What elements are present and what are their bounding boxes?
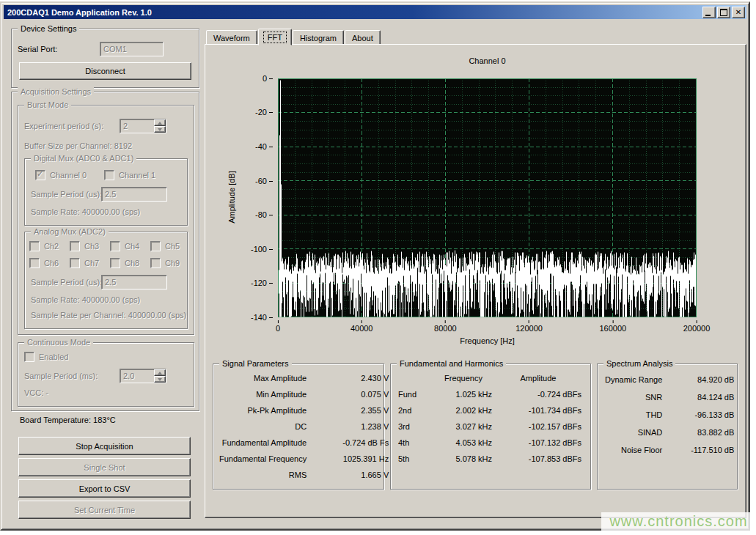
x-tick: 80000 xyxy=(434,320,457,333)
experiment-period-spinbox[interactable]: 2 xyxy=(120,119,166,133)
single-shot-button[interactable]: Single Shot xyxy=(18,458,191,476)
harmonic-amplitude: -107.853 dBFs xyxy=(495,454,581,463)
param-value: 2.430 V xyxy=(315,374,389,383)
fft-plot-canvas xyxy=(278,78,697,317)
device-settings-group-title: Device Settings xyxy=(18,23,79,34)
ch9-label: Ch9 xyxy=(165,259,180,268)
tab-fft[interactable]: FFT xyxy=(258,29,292,45)
continuous-sample-period-spinbox[interactable]: 2.0 xyxy=(120,369,166,383)
tab-histogram[interactable]: Histogram xyxy=(293,30,344,45)
analog-sample-rate-per-channel-label: Sample Rate per Channel: 400000.00 (sps) xyxy=(31,311,186,320)
checkbox-box xyxy=(150,241,161,251)
spectrum-analysis-group: Spectrum Analysis Dynamic Range84.920 dB… xyxy=(597,364,738,490)
maximize-button[interactable] xyxy=(717,7,730,18)
digital-sample-period-input[interactable]: 2.5 xyxy=(101,187,167,202)
y-tick: -120 xyxy=(227,278,273,287)
export-to-csv-button[interactable]: Export to CSV xyxy=(18,479,191,498)
disconnect-button[interactable]: Disconnect xyxy=(19,62,191,80)
x-tick: 0 xyxy=(276,320,280,333)
harmonic-frequency: 2.002 kHz xyxy=(435,406,492,415)
harmonics-group-title: Fundamental and Harmonics xyxy=(397,358,506,369)
arrow-up-icon xyxy=(158,372,162,374)
checkbox-box xyxy=(35,170,45,180)
ch9-checkbox[interactable]: Ch9 xyxy=(150,258,180,268)
harmonic-amplitude: -102.157 dBFs xyxy=(495,422,581,431)
digital-sample-period-label: Sample Period (us): xyxy=(31,190,102,199)
vcc-label: VCC: - xyxy=(24,388,48,397)
x-tick: 160000 xyxy=(599,320,626,333)
harmonic-name: 3rd xyxy=(398,422,432,431)
y-tick: -40 xyxy=(227,142,273,151)
harmonic-frequency: 4.053 kHz xyxy=(435,438,492,447)
ch4-label: Ch4 xyxy=(125,242,139,251)
fft-tab-page: Channel 0 Amplitude [dB] 0 -20 -40 -60 -… xyxy=(205,44,746,518)
channel-0-checkbox[interactable]: Channel 0 xyxy=(35,170,87,180)
analog-sample-period-value: 2.5 xyxy=(105,278,116,287)
channel-1-checkbox[interactable]: Channel 1 xyxy=(104,170,155,180)
checkbox-box xyxy=(29,258,40,268)
ch8-checkbox[interactable]: Ch8 xyxy=(110,258,139,268)
buffer-size-label: Buffer Size per Channel: 8192 xyxy=(24,141,132,150)
tab-about[interactable]: About xyxy=(345,30,381,45)
x-axis-ticks: 0 40000 80000 120000 160000 200000 xyxy=(278,320,697,332)
checkbox-box xyxy=(70,258,80,268)
spin-down-button[interactable] xyxy=(154,376,166,383)
plot-title: Channel 0 xyxy=(278,56,697,65)
continuous-enabled-label: Enabled xyxy=(39,353,68,361)
arrow-down-icon xyxy=(158,128,162,131)
ch3-checkbox[interactable]: Ch3 xyxy=(70,241,99,251)
title-bar: 200CDAQ1 Demo Application Rev. 1.0 ✕ xyxy=(4,5,746,19)
digital-mux-group-title: Digital Mux (ADC0 & ADC1) xyxy=(31,153,136,164)
spin-down-button[interactable] xyxy=(154,126,166,133)
analog-mux-group-title: Analog Mux (ADC2) xyxy=(31,226,109,237)
spin-up-button[interactable] xyxy=(154,369,166,376)
minimize-button[interactable] xyxy=(702,7,716,18)
y-tick: -20 xyxy=(227,108,273,117)
harmonic-name: 4th xyxy=(398,438,432,447)
experiment-period-value: 2 xyxy=(123,122,128,130)
stop-acquisition-button[interactable]: Stop Acquisition xyxy=(18,437,191,455)
set-current-time-button[interactable]: Set Current Time xyxy=(18,501,191,519)
harmonic-name: 2nd xyxy=(398,406,432,415)
x-tick: 200000 xyxy=(683,320,711,333)
tab-label: Waveform xyxy=(213,34,250,43)
param-value: 1.665 V xyxy=(315,471,389,479)
burst-mode-group: Burst Mode Experiment period (s): 2 Buff… xyxy=(18,105,194,335)
digital-sample-rate-label: Sample Rate: 400000.00 (sps) xyxy=(31,207,140,216)
y-axis-ticks: 0 -20 -40 -60 -80 -100 -120 -140 xyxy=(227,78,273,317)
harmonic-frequency: 1.025 kHz xyxy=(435,390,492,399)
ch6-checkbox[interactable]: Ch6 xyxy=(29,258,59,268)
y-tick: 0 xyxy=(227,74,273,83)
digital-mux-group: Digital Mux (ADC0 & ADC1) Channel 0 Chan… xyxy=(24,158,188,226)
ch4-checkbox[interactable]: Ch4 xyxy=(110,241,139,251)
ch5-checkbox[interactable]: Ch5 xyxy=(150,241,180,251)
arrow-down-icon xyxy=(158,378,162,381)
ch3-label: Ch3 xyxy=(84,242,99,251)
app-window: 200CDAQ1 Demo Application Rev. 1.0 ✕ Dev… xyxy=(0,1,750,531)
y-tick: -80 xyxy=(227,210,273,219)
serial-port-input[interactable]: COM1 xyxy=(100,42,164,56)
spectrum-label: SINAD xyxy=(605,428,662,437)
tab-label: About xyxy=(352,34,373,43)
ch5-label: Ch5 xyxy=(165,242,180,251)
harmonics-header-spacer xyxy=(398,374,432,383)
harmonic-frequency: 3.027 kHz xyxy=(435,422,492,431)
param-value: -0.724 dB Fs xyxy=(315,438,389,447)
spin-up-button[interactable] xyxy=(154,119,166,126)
experiment-period-spin-buttons xyxy=(154,119,166,133)
harmonic-frequency: 5.078 kHz xyxy=(435,454,492,463)
harmonic-amplitude: -107.132 dBFs xyxy=(495,438,581,447)
spectrum-value: -96.133 dB xyxy=(671,410,734,419)
analog-sample-period-input[interactable]: 2.5 xyxy=(101,275,167,289)
spectrum-value: 84.920 dB xyxy=(671,375,734,384)
ch2-checkbox[interactable]: Ch2 xyxy=(29,241,59,251)
continuous-enabled-checkbox[interactable]: Enabled xyxy=(24,352,68,362)
ch7-checkbox[interactable]: Ch7 xyxy=(70,258,99,268)
param-label: RMS xyxy=(219,471,307,479)
tab-waveform[interactable]: Waveform xyxy=(206,30,257,45)
window-body: Device Settings Serial Port: COM1 Discon… xyxy=(4,19,746,527)
close-button[interactable]: ✕ xyxy=(732,7,745,18)
spectrum-label: Noise Floor xyxy=(605,446,662,454)
harmonics-col-amplitude: Amplitude xyxy=(495,374,581,383)
y-tick: -100 xyxy=(227,245,273,254)
